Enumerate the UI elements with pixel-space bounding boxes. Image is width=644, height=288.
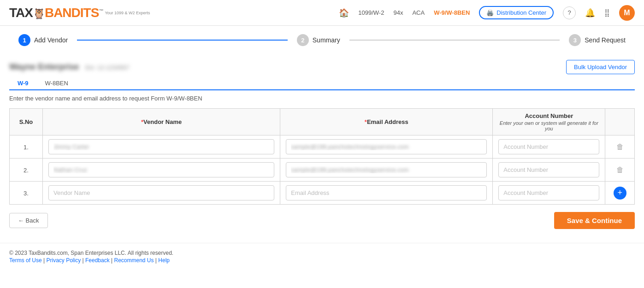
- row-1-account-input[interactable]: [498, 139, 599, 154]
- step-1-circle: 1: [18, 34, 30, 46]
- step-1: 1 Add Vendor: [18, 34, 68, 46]
- vendor-table: S.No *Vendor Name *Email Address Account…: [9, 108, 635, 205]
- step-3: 3 Send Request: [569, 34, 626, 46]
- row-3-num: 3.: [10, 182, 43, 205]
- footer-buttons: ← Back Save & Continue: [9, 205, 635, 229]
- row-2-num: 2.: [10, 159, 43, 182]
- logo: TAX🦉BANDITS™ Your 1099 & W2 Experts: [9, 6, 150, 20]
- bell-icon[interactable]: 🔔: [585, 8, 595, 18]
- terms-link[interactable]: Terms of Use: [9, 257, 42, 264]
- step-1-label: Add Vendor: [34, 36, 68, 44]
- row-2-account-cell: [493, 159, 605, 182]
- row-2-email-input[interactable]: [286, 162, 487, 177]
- header: TAX🦉BANDITS™ Your 1099 & W2 Experts 🏠 10…: [0, 0, 644, 26]
- step-line-2: [349, 40, 560, 41]
- row-3-email-cell: [280, 182, 493, 205]
- stepper: 1 Add Vendor 2 Summary 3 Send Request: [0, 26, 644, 54]
- help-icon[interactable]: ?: [563, 6, 576, 19]
- row-1-action-cell: 🗑: [605, 135, 635, 159]
- row-1-delete-icon[interactable]: 🗑: [616, 143, 624, 151]
- step-2: 2 Summary: [297, 34, 340, 46]
- home-icon[interactable]: 🏠: [339, 8, 349, 18]
- table-row: 2. 🗑: [10, 159, 635, 182]
- page-footer: © 2023 TaxBandits.com, Span Enterprises …: [0, 243, 644, 266]
- row-1-email-cell: [280, 135, 493, 159]
- row-1-vendor-cell: [43, 135, 280, 159]
- header-email: *Email Address: [280, 109, 493, 135]
- row-3-account-cell: [493, 182, 605, 205]
- row-2-delete-icon[interactable]: 🗑: [616, 166, 624, 174]
- printer-icon: 🖨️: [486, 9, 494, 16]
- row-1-account-cell: [493, 135, 605, 159]
- tab-1[interactable]: W-9: [9, 77, 37, 90]
- logo-tm: ™: [99, 8, 103, 13]
- page-header: Wayne Enterprise Ein: 12-1234567 Bulk Up…: [9, 54, 635, 77]
- row-2-vendor-cell: [43, 159, 280, 182]
- footer-links: Terms of Use | Privacy Policy | Feedback…: [9, 257, 635, 264]
- copyright-text: © 2023 TaxBandits.com, Span Enterprises …: [9, 250, 635, 256]
- row-1-num: 1.: [10, 135, 43, 159]
- logo-bandits: BANDITS: [45, 6, 99, 20]
- privacy-link[interactable]: Privacy Policy: [46, 257, 81, 264]
- step-2-label: Summary: [313, 36, 340, 44]
- header-account: Account Number Enter your own or system …: [493, 109, 605, 135]
- save-continue-button[interactable]: Save & Continue: [554, 212, 635, 229]
- row-3-action-cell: +: [605, 182, 635, 205]
- row-2-action-cell: 🗑: [605, 159, 635, 182]
- help-link[interactable]: Help: [158, 257, 170, 264]
- row-2-email-cell: [280, 159, 493, 182]
- nav-w9w8ben[interactable]: W-9/W-8BEN: [434, 9, 470, 16]
- logo-owl-icon: 🦉: [33, 8, 45, 19]
- row-3-vendor-cell: [43, 182, 280, 205]
- nav-aca[interactable]: ACA: [412, 9, 425, 16]
- distribution-center-button[interactable]: 🖨️ Distribution Center: [479, 6, 554, 19]
- bulk-upload-button[interactable]: Bulk Upload Vendor: [566, 60, 635, 74]
- instruction-text: Enter the vendor name and email address …: [9, 95, 635, 102]
- avatar[interactable]: M: [619, 5, 635, 21]
- header-vendor: *Vendor Name: [43, 109, 280, 135]
- dist-center-label: Distribution Center: [496, 9, 546, 16]
- logo-tax: TAX: [9, 6, 33, 20]
- tab-2[interactable]: W-8BEN: [37, 77, 77, 90]
- table-header-row: S.No *Vendor Name *Email Address Account…: [10, 109, 635, 135]
- row-2-account-input[interactable]: [498, 162, 599, 177]
- company-name: Wayne Enterprise: [9, 62, 79, 71]
- logo-sub: Your 1099 & W2 Experts: [105, 11, 150, 15]
- step-line-1: [77, 40, 288, 41]
- header-sno: S.No: [10, 109, 43, 135]
- header-action: [605, 109, 635, 135]
- feedback-link[interactable]: Feedback: [85, 257, 110, 264]
- company-info: Wayne Enterprise Ein: 12-1234567: [9, 62, 130, 72]
- row-3-vendor-input[interactable]: [48, 185, 274, 200]
- add-row-button[interactable]: +: [614, 187, 626, 200]
- tabs-row: W-9 W-8BEN: [9, 77, 635, 90]
- table-row: 1. 🗑: [10, 135, 635, 159]
- row-3-account-input[interactable]: [498, 185, 599, 200]
- recommend-link[interactable]: Recommend Us: [114, 257, 154, 264]
- row-1-vendor-input[interactable]: [48, 139, 274, 154]
- nav-1099w2[interactable]: 1099/W-2: [358, 9, 384, 16]
- row-3-email-input[interactable]: [286, 185, 487, 200]
- table-row: 3. +: [10, 182, 635, 205]
- logo-text: TAX🦉BANDITS™: [9, 6, 103, 20]
- row-2-vendor-input[interactable]: [48, 162, 274, 177]
- grid-icon[interactable]: ⣿: [604, 8, 610, 17]
- nav-94x[interactable]: 94x: [393, 9, 403, 16]
- step-3-label: Send Request: [585, 36, 626, 44]
- nav-links: 🏠 1099/W-2 94x ACA W-9/W-8BEN 🖨️ Distrib…: [339, 5, 635, 21]
- row-1-email-input[interactable]: [286, 139, 487, 154]
- step-3-circle: 3: [569, 34, 581, 46]
- main-content: Wayne Enterprise Ein: 12-1234567 Bulk Up…: [0, 54, 644, 238]
- step-2-circle: 2: [297, 34, 309, 46]
- company-ein: Ein: 12-1234567: [85, 64, 129, 71]
- back-button[interactable]: ← Back: [9, 213, 48, 228]
